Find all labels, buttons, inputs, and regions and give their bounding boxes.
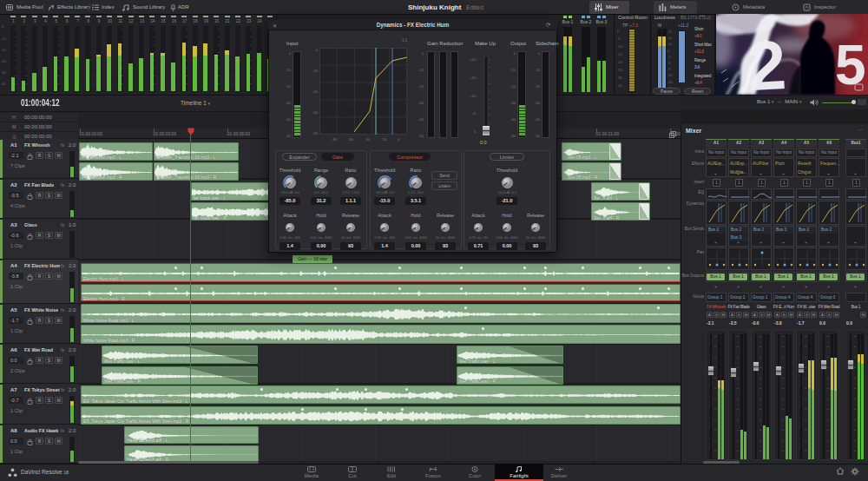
svg-text:5: 5 [835, 34, 866, 95]
svg-text:2: 2 [746, 26, 788, 95]
